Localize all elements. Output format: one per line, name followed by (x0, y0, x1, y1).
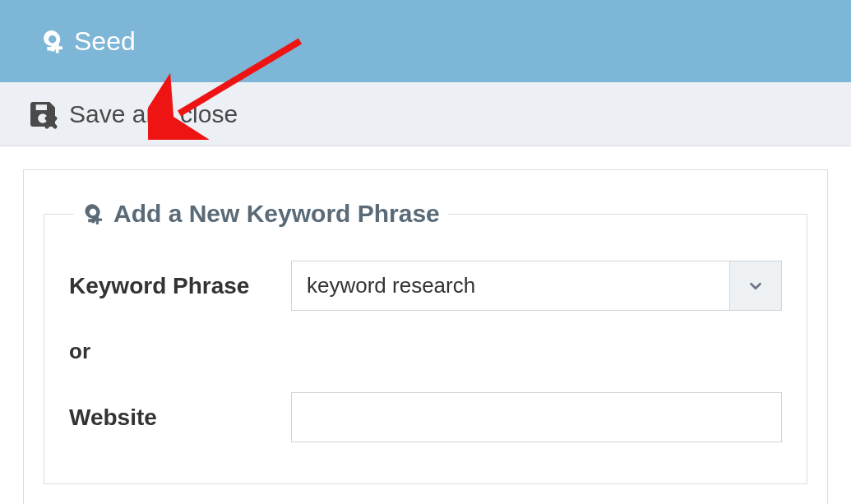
website-input[interactable] (291, 392, 782, 442)
add-keyword-fieldset: Add a New Keyword Phrase Keyword Phrase … (44, 200, 807, 484)
page-title: Seed (74, 26, 136, 57)
keyword-row: Keyword Phrase (69, 261, 782, 311)
key-plus-icon (74, 200, 102, 228)
fieldset-legend-text: Add a New Keyword Phrase (113, 200, 440, 228)
website-row: Website (69, 392, 782, 442)
fieldset-legend: Add a New Keyword Phrase (74, 200, 448, 228)
keyword-phrase-combo (291, 261, 782, 311)
header-bar: Seed (0, 0, 851, 82)
website-label: Website (69, 405, 275, 431)
toolbar: Save and close (0, 82, 851, 146)
form-panel: Add a New Keyword Phrase Keyword Phrase … (23, 169, 828, 504)
keyword-phrase-dropdown-toggle[interactable] (729, 261, 782, 311)
chevron-down-icon (747, 277, 765, 295)
or-separator: or (69, 339, 782, 364)
svg-rect-1 (56, 43, 59, 53)
save-close-icon (26, 98, 59, 131)
save-and-close-label: Save and close (69, 100, 238, 128)
keyword-phrase-label: Keyword Phrase (69, 273, 275, 299)
save-and-close-button[interactable]: Save and close (26, 98, 238, 131)
key-plus-icon (31, 25, 62, 57)
keyword-phrase-input[interactable] (291, 261, 729, 311)
svg-rect-3 (96, 215, 99, 224)
